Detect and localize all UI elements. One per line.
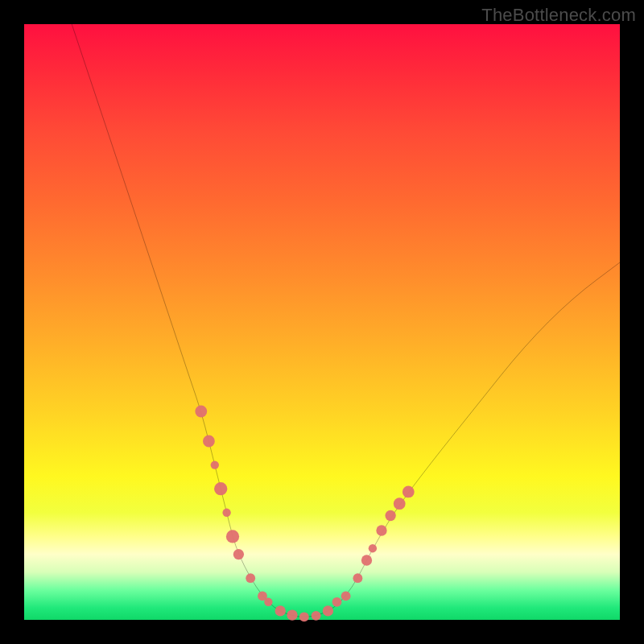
curve-marker — [376, 525, 386, 535]
curve-marker — [264, 598, 272, 606]
curve-marker — [394, 497, 406, 510]
curve-marker — [222, 509, 230, 517]
curve-marker — [353, 573, 362, 583]
curve-marker — [385, 510, 395, 521]
curve-marker — [246, 573, 255, 583]
curve-marker — [195, 406, 207, 418]
watermark-text: TheBottleneck.com — [481, 5, 636, 26]
curve-marker — [299, 612, 309, 621]
curve-marker — [211, 460, 219, 469]
curve-marker — [287, 609, 297, 620]
marker-group — [195, 406, 414, 622]
curve-svg — [24, 24, 620, 620]
curve-marker — [214, 482, 227, 495]
curve-marker — [203, 436, 215, 448]
curve-marker — [332, 597, 342, 607]
curve-marker — [226, 530, 239, 543]
curve-marker — [369, 544, 377, 552]
curve-marker — [323, 605, 333, 616]
curve-marker — [275, 605, 286, 616]
curve-marker — [361, 555, 372, 565]
bottleneck-curve — [72, 24, 620, 617]
curve-marker — [312, 611, 321, 621]
curve-marker — [233, 549, 244, 559]
plot-area — [24, 24, 620, 620]
chart-frame: TheBottleneck.com — [0, 0, 644, 644]
curve-marker — [402, 486, 415, 498]
curve-marker — [341, 591, 351, 601]
